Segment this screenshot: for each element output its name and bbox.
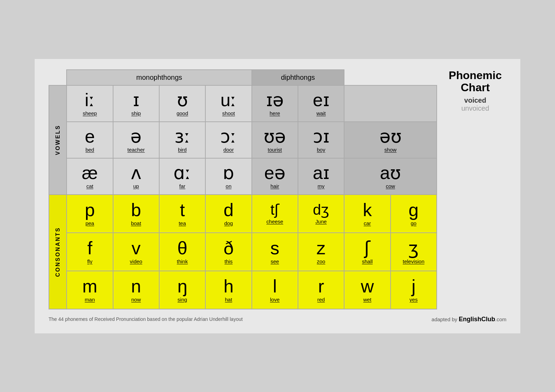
phoneme-symbol: z [299,239,343,257]
phoneme-cell-o: ɔː door [205,122,251,158]
phoneme-cell-eng: ŋ sing [159,271,205,309]
phoneme-example: tourist [253,147,297,153]
footer-description: The 44 phonemes of Received Pronunciatio… [49,316,243,322]
phoneme-example: yes [392,297,436,302]
phoneme-symbol: m [68,277,112,295]
phoneme-cell-i: ɪ ship [113,85,159,122]
phoneme-symbol: d [206,201,250,219]
phoneme-symbol: g [392,201,436,219]
vowels-label: VOWELS [49,85,67,195]
phoneme-example: video [114,258,158,264]
phoneme-example: cow [345,183,436,189]
phoneme-symbol: ɔɪ [299,127,343,145]
phoneme-example: hat [206,297,250,302]
phoneme-cell-p: p pea [67,195,113,233]
phoneme-cell-ea: eə hair [252,158,298,195]
phoneme-symbol: v [114,239,158,257]
domain-text: .com [495,316,506,322]
phoneme-symbol: θ [160,239,204,257]
phoneme-cell-ii: iː sheep [67,85,113,122]
phoneme-symbol: ŋ [160,277,204,295]
phoneme-cell-lambda: ʌ up [113,158,159,195]
phoneme-example: up [114,183,158,189]
phoneme-example: dog [206,220,250,226]
phoneme-example: door [206,147,250,153]
phoneme-cell-l: l love [252,271,298,309]
phoneme-symbol: e [68,127,112,145]
header-row: monophthongs diphthongs [49,70,437,85]
phoneme-symbol: eɪ [299,91,343,109]
title-area: Phonemic Chart voiced unvoiced [437,69,506,112]
vowel-row-1: VOWELS iː sheep ɪ ship ʊ good [49,85,437,122]
phoneme-symbol: n [114,277,158,295]
phoneme-symbol: l [253,277,297,295]
vowel-row-3: æ cat ʌ up ɑː far ɒ on [49,158,437,195]
phoneme-cell-m: m man [67,271,113,309]
phoneme-example: bed [68,147,112,153]
consonant-row-2: f fly v video θ think ð this [49,233,437,271]
phoneme-example: on [206,183,250,189]
phoneme-example: bird [160,147,204,153]
phoneme-symbol: ʒ [392,239,436,257]
phoneme-cell-uu: uː shoot [205,85,251,122]
phoneme-symbol: ʊə [253,127,297,145]
phoneme-example: my [299,183,343,189]
phoneme-cell-eth: ð this [205,233,251,271]
phoneme-cell-ei: eɪ wait [298,85,344,122]
footer-credit: adapted by EnglishClub.com [432,316,506,323]
phoneme-example: show [345,147,436,153]
phoneme-cell-v: v video [113,233,159,271]
phoneme-example: June [299,219,343,224]
phoneme-cell-b: b boat [113,195,159,233]
phoneme-symbol: tʃ [253,203,297,217]
phoneme-symbol: ɜː [160,127,204,145]
phoneme-symbol: w [345,277,389,295]
phoneme-symbol: aʊ [345,164,436,182]
phoneme-symbol: k [345,201,389,219]
phoneme-symbol: ɪə [253,91,297,109]
diphthongs-header: diphthongs [252,70,344,85]
phoneme-symbol: uː [206,91,250,109]
footer: The 44 phonemes of Received Pronunciatio… [49,316,506,323]
phoneme-example: fly [68,258,112,264]
phoneme-cell-u: ʊ good [159,85,205,122]
monophthongs-header: monophthongs [67,70,251,85]
empty-cell-top [344,85,437,122]
phoneme-example: good [160,110,204,116]
phoneme-example: wait [299,110,343,116]
phoneme-symbol: ə [114,127,158,145]
phoneme-cell-f: f fly [67,233,113,271]
phoneme-cell-ae: æ cat [67,158,113,195]
phoneme-symbol: ɔː [206,127,250,145]
phoneme-cell-j: j yes [391,271,437,309]
voiced-label: voiced [444,96,506,104]
phoneme-symbol: eə [253,164,297,182]
phoneme-cell-theta: θ think [159,233,205,271]
phoneme-cell-3: ɜː bird [159,122,205,158]
phoneme-symbol: ð [206,239,250,257]
phoneme-cell-d: d dog [205,195,251,233]
phoneme-symbol: ʌ [114,164,158,182]
phoneme-symbol: ɑː [160,164,204,182]
phoneme-cell-ch: tʃ cheese [252,195,298,233]
phoneme-example: shall [345,258,389,264]
phoneme-symbol: f [68,239,112,257]
phoneme-cell-s: s see [252,233,298,271]
phoneme-symbol: iː [68,91,112,109]
consonants-label: CONSONANTS [49,195,67,309]
adapted-by-text: adapted by [432,316,457,322]
brand-name: EnglishClub [459,316,495,323]
phoneme-symbol: ʊ [160,91,204,109]
phoneme-example: think [160,258,204,264]
phoneme-example: cheese [253,219,297,224]
phoneme-example: cat [68,183,112,189]
phoneme-cell-z: z zoo [298,233,344,271]
phoneme-example: sheep [68,110,112,116]
phoneme-cell-a: ɑː far [159,158,205,195]
phoneme-example: pea [68,220,112,226]
phoneme-symbol: r [299,277,343,295]
phoneme-cell-h: h hat [205,271,251,309]
phoneme-cell-w: w wet [344,271,390,309]
phoneme-example: car [345,220,389,226]
phoneme-example: this [206,258,250,264]
